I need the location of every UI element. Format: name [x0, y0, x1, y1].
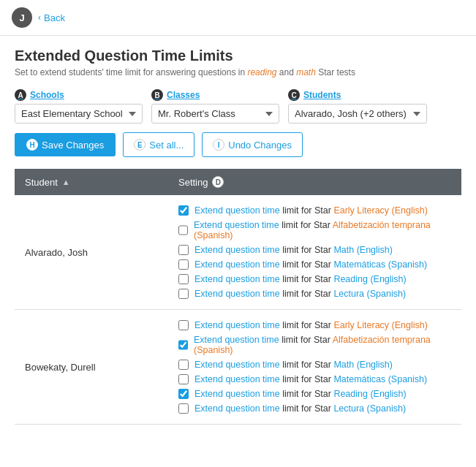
save-changes-label: Save Changes — [42, 140, 104, 151]
save-changes-button[interactable]: H Save Changes — [15, 133, 116, 156]
setting-label: Extend question time limit for Star Math… — [194, 245, 393, 255]
table-row: Bowekaty, DurellExtend question time lim… — [15, 310, 461, 425]
top-bar: J ‹ Back — [0, 0, 476, 36]
setting-label: Extend question time limit for Star Read… — [194, 274, 407, 284]
setting-checkbox[interactable] — [178, 320, 189, 330]
filters-row: A Schools East Elementary School B Class… — [15, 89, 461, 124]
main-content: Extended Question Time Limits Set to ext… — [0, 36, 476, 436]
checkbox-row: Extend question time limit for Star Math… — [178, 360, 451, 370]
classes-label: Classes — [167, 90, 200, 100]
student-name: Alvarado, Josh — [15, 195, 168, 310]
classes-select[interactable]: Mr. Robert's Class — [151, 104, 279, 124]
sort-icon[interactable]: ▲ — [62, 178, 70, 186]
checkbox-row: Extend question time limit for Star Lect… — [178, 289, 451, 299]
avatar: J — [12, 7, 32, 28]
setting-checkbox[interactable] — [178, 274, 189, 284]
save-changes-badge: H — [26, 139, 38, 151]
setting-label: Extend question time limit for Star Alfa… — [194, 335, 451, 355]
setting-checkbox[interactable] — [178, 259, 189, 270]
student-settings: Extend question time limit for Star Earl… — [168, 310, 461, 425]
undo-changes-button[interactable]: I Undo Changes — [202, 132, 303, 157]
setting-label: Extend question time limit for Star Math… — [194, 360, 393, 370]
th-setting: Setting D — [168, 169, 461, 195]
setting-checkbox[interactable] — [178, 360, 189, 370]
back-label: Back — [44, 12, 65, 23]
setting-badge: D — [212, 176, 224, 188]
checkbox-row: Extend question time limit for Star Alfa… — [178, 220, 451, 240]
setting-checkbox[interactable] — [178, 340, 188, 350]
students-badge: C — [288, 89, 300, 101]
schools-badge: A — [15, 89, 26, 101]
checkbox-row: Extend question time limit for Star Mate… — [178, 259, 451, 270]
filter-schools: A Schools East Elementary School — [15, 89, 143, 124]
checkbox-row: Extend question time limit for Star Alfa… — [178, 335, 451, 355]
setting-checkbox[interactable] — [178, 245, 189, 255]
actions-row: H Save Changes E Set all... I Undo Chang… — [15, 132, 461, 157]
students-label: Students — [303, 90, 341, 100]
undo-changes-label: Undo Changes — [228, 140, 292, 151]
chevron-left-icon: ‹ — [38, 12, 41, 23]
set-all-badge: E — [134, 139, 146, 151]
checkbox-row: Extend question time limit for Star Mate… — [178, 374, 451, 384]
schools-label: Schools — [30, 90, 64, 100]
schools-label-row: A Schools — [15, 89, 143, 101]
table-header-row: Student ▲ Setting D — [15, 169, 461, 195]
setting-checkbox[interactable] — [178, 289, 189, 299]
table-row: Alvarado, JoshExtend question time limit… — [15, 195, 461, 310]
setting-label: Extend question time limit for Star Mate… — [194, 374, 427, 384]
setting-checkbox[interactable] — [178, 205, 189, 216]
students-select[interactable]: Alvarado, Josh (+2 others) — [288, 104, 427, 124]
th-student: Student ▲ — [15, 169, 168, 195]
setting-checkbox[interactable] — [178, 225, 188, 235]
setting-col-label: Setting — [178, 177, 208, 188]
checkbox-row: Extend question time limit for Star Read… — [178, 274, 451, 284]
page-title: Extended Question Time Limits — [15, 48, 461, 64]
setting-checkbox[interactable] — [178, 403, 189, 414]
setting-checkbox[interactable] — [178, 374, 189, 384]
page-subtitle: Set to extend students' time limit for a… — [15, 67, 461, 77]
setting-label: Extend question time limit for Star Earl… — [194, 205, 428, 216]
checkbox-row: Extend question time limit for Star Lect… — [178, 403, 451, 414]
settings-table: Student ▲ Setting D Alvarado, JoshExtend… — [15, 169, 461, 425]
filter-students: C Students Alvarado, Josh (+2 others) — [288, 89, 427, 124]
back-link[interactable]: ‹ Back — [38, 12, 65, 23]
setting-label: Extend question time limit for Star Read… — [194, 389, 407, 399]
classes-badge: B — [151, 89, 163, 101]
classes-label-row: B Classes — [151, 89, 279, 101]
set-all-label: Set all... — [149, 140, 184, 151]
student-name: Bowekaty, Durell — [15, 310, 168, 425]
student-settings: Extend question time limit for Star Earl… — [168, 195, 461, 310]
filter-classes: B Classes Mr. Robert's Class — [151, 89, 279, 124]
setting-label: Extend question time limit for Star Mate… — [194, 259, 427, 270]
setting-label: Extend question time limit for Star Earl… — [194, 320, 428, 330]
students-label-row: C Students — [288, 89, 427, 101]
checkbox-row: Extend question time limit for Star Read… — [178, 389, 451, 399]
setting-label: Extend question time limit for Star Alfa… — [194, 220, 451, 240]
schools-select[interactable]: East Elementary School — [15, 104, 143, 124]
setting-label: Extend question time limit for Star Lect… — [194, 289, 406, 299]
checkbox-row: Extend question time limit for Star Math… — [178, 245, 451, 255]
setting-label: Extend question time limit for Star Lect… — [194, 403, 406, 414]
checkbox-row: Extend question time limit for Star Earl… — [178, 320, 451, 330]
student-col-label: Student — [25, 177, 58, 188]
undo-changes-badge: I — [213, 139, 224, 151]
setting-checkbox[interactable] — [178, 389, 189, 399]
checkbox-row: Extend question time limit for Star Earl… — [178, 205, 451, 216]
set-all-button[interactable]: E Set all... — [123, 132, 194, 157]
